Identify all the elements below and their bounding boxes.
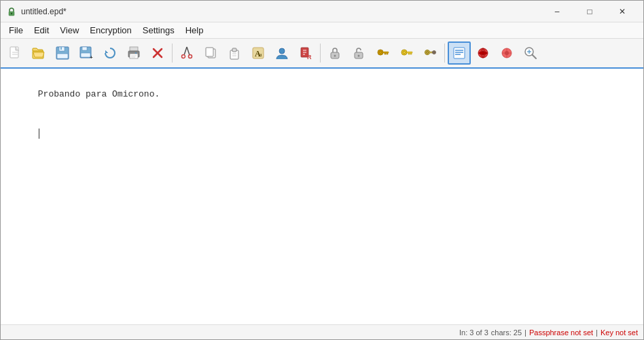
svg-rect-53 xyxy=(407,52,412,53)
svg-point-26 xyxy=(189,55,192,58)
keychain-icon xyxy=(423,46,437,61)
unlock-icon xyxy=(351,46,366,61)
key-gold-icon xyxy=(375,46,390,61)
editor-content[interactable]: Probando para Omicrono. xyxy=(6,74,638,319)
cut-button[interactable] xyxy=(175,41,198,65)
status-chars: chars: 25 xyxy=(491,328,522,337)
minimize-button[interactable]: – xyxy=(541,2,573,21)
user-icon xyxy=(274,46,289,61)
svg-rect-12 xyxy=(81,53,90,57)
close-file-button[interactable] xyxy=(146,41,169,65)
print-icon xyxy=(126,46,141,61)
menu-file[interactable]: File xyxy=(3,24,29,37)
zoom-icon xyxy=(523,46,538,61)
keychain-button[interactable] xyxy=(418,41,442,65)
svg-rect-28 xyxy=(206,48,213,56)
svg-text:R: R xyxy=(307,54,312,61)
separator-2 xyxy=(320,44,321,63)
close-file-icon xyxy=(150,46,165,61)
key-warning: Key not set xyxy=(601,328,638,337)
close-button[interactable]: ✕ xyxy=(607,2,638,21)
svg-rect-50 xyxy=(384,53,386,54)
status-separator1: | xyxy=(524,328,526,337)
save-button[interactable] xyxy=(51,41,74,65)
view-text-button[interactable] xyxy=(448,41,471,65)
svg-point-25 xyxy=(182,55,185,58)
svg-rect-61 xyxy=(454,48,465,58)
app-icon xyxy=(6,6,17,17)
copy-button[interactable] xyxy=(199,41,222,65)
svg-point-20 xyxy=(135,52,137,54)
menu-settings[interactable]: Settings xyxy=(137,24,180,37)
window-title: untitled.epd* xyxy=(21,7,541,16)
separator-3 xyxy=(444,44,445,63)
new-file-button[interactable] xyxy=(3,41,26,65)
svg-line-23 xyxy=(184,47,187,55)
svg-point-1 xyxy=(11,12,12,14)
status-separator2: | xyxy=(596,328,598,337)
svg-rect-48 xyxy=(383,52,389,53)
status-bar: In: 3 of 3 chars: 25 | Passphrase not se… xyxy=(1,324,643,339)
menu-view[interactable]: View xyxy=(54,24,84,37)
title-bar: untitled.epd* – □ ✕ xyxy=(1,1,643,22)
toolbar: + xyxy=(1,39,643,69)
maximize-button[interactable]: □ xyxy=(574,2,605,21)
print-button[interactable] xyxy=(122,41,145,65)
view-hex-button[interactable] xyxy=(495,41,518,65)
view-hex-icon xyxy=(499,46,514,61)
svg-point-51 xyxy=(401,50,407,55)
text-cursor xyxy=(39,129,39,139)
zoom-button[interactable] xyxy=(519,41,542,65)
reload-icon xyxy=(103,46,118,61)
open-button[interactable] xyxy=(27,41,50,65)
key-gold-button[interactable] xyxy=(371,41,394,65)
menu-encryption[interactable]: Encryption xyxy=(84,24,137,37)
menu-edit[interactable]: Edit xyxy=(29,24,54,37)
view-grid-button[interactable] xyxy=(471,41,495,65)
svg-line-73 xyxy=(533,55,537,59)
lock-button[interactable] xyxy=(323,41,346,65)
svg-rect-11 xyxy=(82,47,87,50)
status-position: In: 3 of 3 xyxy=(459,328,488,337)
separator-1 xyxy=(172,44,173,63)
copy-icon xyxy=(203,46,218,61)
svg-point-59 xyxy=(433,51,436,54)
svg-point-36 xyxy=(279,48,285,54)
svg-point-45 xyxy=(358,55,360,57)
menu-bar: File Edit View Encryption Settings Help xyxy=(1,22,643,39)
font-button[interactable]: A a xyxy=(247,41,270,65)
save-as-button[interactable]: + xyxy=(75,41,98,65)
font-icon: A a xyxy=(251,46,266,61)
editor-area[interactable]: Probando para Omicrono. xyxy=(1,69,643,324)
cut-icon xyxy=(179,46,194,61)
svg-rect-15 xyxy=(130,47,138,51)
svg-rect-49 xyxy=(387,53,388,54)
svg-marker-14 xyxy=(105,50,108,53)
svg-rect-17 xyxy=(130,54,138,58)
user-button[interactable] xyxy=(270,41,293,65)
key-yellow-button[interactable] xyxy=(395,41,418,65)
paste-button[interactable] xyxy=(223,41,246,65)
view-grid-icon xyxy=(476,46,490,61)
svg-point-43 xyxy=(334,55,336,57)
save-icon xyxy=(55,46,70,61)
svg-rect-54 xyxy=(410,53,412,54)
clear-format-icon: R xyxy=(298,46,313,61)
unlock-button[interactable] xyxy=(347,41,370,65)
paste-icon xyxy=(227,46,242,61)
svg-text:a: a xyxy=(260,52,262,58)
editor-line1: Probando para Omicrono. xyxy=(38,89,160,99)
clear-format-button[interactable]: R xyxy=(294,41,317,65)
passphrase-warning: Passphrase not set xyxy=(529,328,593,337)
view-text-icon xyxy=(452,46,467,61)
save-as-icon: + xyxy=(79,46,94,61)
svg-rect-9 xyxy=(57,54,68,58)
main-window: untitled.epd* – □ ✕ File Edit View Encry… xyxy=(0,0,644,340)
window-controls: – □ ✕ xyxy=(541,2,638,21)
open-icon xyxy=(31,46,46,61)
svg-rect-55 xyxy=(408,53,410,54)
menu-help[interactable]: Help xyxy=(180,24,209,37)
reload-button[interactable] xyxy=(99,41,122,65)
svg-rect-30 xyxy=(232,48,236,52)
svg-point-56 xyxy=(425,50,430,55)
